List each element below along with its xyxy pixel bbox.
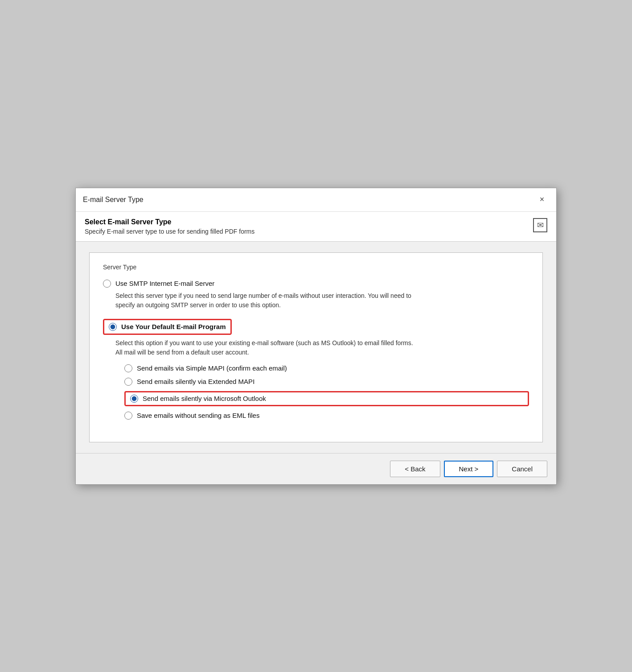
eml-row[interactable]: Save emails without sending as EML files (124, 412, 529, 420)
header-subheading: Specify E-mail server type to use for se… (85, 228, 254, 235)
header-section: Select E-mail Server Type Specify E-mail… (76, 212, 556, 242)
extended-mapi-row[interactable]: Send emails silently via Extended MAPI (124, 378, 529, 386)
cancel-button[interactable]: Cancel (497, 461, 547, 477)
server-type-group: Server Type Use SMTP Internet E-mail Ser… (89, 252, 543, 442)
ms-outlook-radio[interactable] (130, 395, 138, 403)
extended-mapi-radio[interactable] (124, 378, 132, 386)
group-label: Server Type (103, 264, 529, 271)
footer: < Back Next > Cancel (76, 453, 556, 484)
smtp-description: Select this server type if you need to s… (115, 291, 419, 310)
default-option-block: Use Your Default E-mail Program Select t… (103, 319, 529, 420)
default-description: Select this option if you want to use yo… (115, 338, 419, 357)
titlebar: E-mail Server Type × (76, 188, 556, 212)
simple-mapi-label[interactable]: Send emails via Simple MAPI (confirm eac… (137, 364, 287, 372)
email-icon: ✉ (533, 218, 547, 232)
smtp-label[interactable]: Use SMTP Internet E-mail Server (115, 280, 214, 287)
eml-label[interactable]: Save emails without sending as EML files (137, 412, 259, 419)
default-label[interactable]: Use Your Default E-mail Program (121, 323, 226, 330)
simple-mapi-row[interactable]: Send emails via Simple MAPI (confirm eac… (124, 364, 529, 372)
default-radio-row-highlighted[interactable]: Use Your Default E-mail Program (103, 319, 232, 335)
ms-outlook-label[interactable]: Send emails silently via Microsoft Outlo… (143, 395, 266, 402)
simple-mapi-radio[interactable] (124, 364, 132, 372)
smtp-radio-row[interactable]: Use SMTP Internet E-mail Server (103, 280, 529, 288)
header-text: Select E-mail Server Type Specify E-mail… (85, 218, 254, 235)
main-content: Server Type Use SMTP Internet E-mail Ser… (76, 242, 556, 453)
smtp-radio[interactable] (103, 280, 111, 288)
next-button[interactable]: Next > (444, 461, 494, 477)
back-button[interactable]: < Back (390, 461, 440, 477)
sub-options: Send emails via Simple MAPI (confirm eac… (124, 364, 529, 420)
ms-outlook-row-highlighted[interactable]: Send emails silently via Microsoft Outlo… (124, 391, 529, 406)
close-button[interactable]: × (535, 193, 549, 207)
eml-radio[interactable] (124, 412, 132, 420)
header-heading: Select E-mail Server Type (85, 218, 254, 226)
window-title: E-mail Server Type (83, 196, 144, 204)
smtp-option-block: Use SMTP Internet E-mail Server Select t… (103, 280, 529, 310)
extended-mapi-label[interactable]: Send emails silently via Extended MAPI (137, 378, 254, 385)
email-server-type-dialog: E-mail Server Type × Select E-mail Serve… (75, 188, 557, 485)
default-radio[interactable] (109, 323, 117, 331)
